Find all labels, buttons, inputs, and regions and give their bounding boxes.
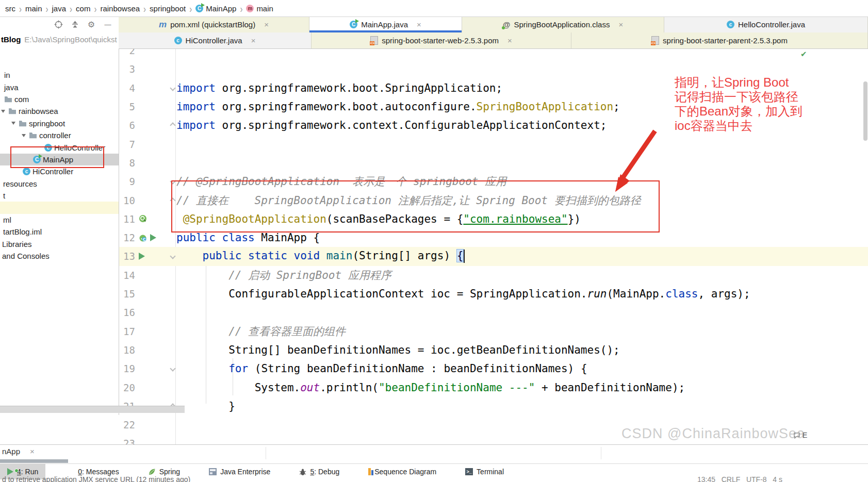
code-text[interactable]: @SpringBootApplication(scanBasePackages … bbox=[176, 213, 581, 225]
toolwindow-button-Sequence-Diagram[interactable]: Sequence Diagram bbox=[361, 464, 444, 479]
settings-gear-button[interactable]: ⚙ bbox=[87, 20, 96, 29]
close-icon[interactable]: × bbox=[507, 36, 512, 45]
run-icon[interactable] bbox=[139, 253, 145, 260]
code-token-txt: (MainApp. bbox=[607, 288, 665, 300]
tree-item-ml[interactable]: ml bbox=[0, 214, 119, 226]
tree-item-in[interactable]: in bbox=[0, 69, 119, 81]
expand-arrow-icon[interactable] bbox=[11, 122, 15, 125]
code-token-txt: (String[] args) bbox=[352, 250, 456, 262]
expand-arrow-icon[interactable] bbox=[1, 110, 5, 113]
event-log-fragment[interactable]: E bbox=[793, 431, 807, 439]
project-panel-toolbar: ⚙— bbox=[0, 16, 119, 32]
breadcrumb-item-springboot[interactable]: springboot bbox=[148, 4, 188, 13]
breadcrumb-item-rainbowsea[interactable]: rainbowsea bbox=[98, 4, 142, 13]
spring-boot-run-icon[interactable]: C bbox=[139, 234, 148, 242]
code-text[interactable]: import org.springframework.context.Confi… bbox=[176, 119, 607, 131]
tab-MainApp.java[interactable]: CMainApp.java× bbox=[309, 16, 462, 32]
expand-arrow-icon[interactable] bbox=[22, 134, 26, 137]
tree-item-highlighted[interactable] bbox=[0, 202, 119, 213]
code-text[interactable]: } bbox=[176, 400, 235, 412]
tree-item-Libraries[interactable]: Libraries bbox=[0, 238, 119, 250]
locate-target-button[interactable] bbox=[54, 20, 63, 29]
hide-panel-button[interactable]: — bbox=[103, 20, 112, 29]
breadcrumb-item-MainApp[interactable]: CMainApp bbox=[193, 4, 238, 13]
tree-item-tartBlog-iml[interactable]: tartBlog.iml bbox=[0, 226, 119, 238]
spring-bean-icon[interactable] bbox=[139, 214, 148, 223]
fold-marker-icon[interactable] bbox=[169, 367, 176, 371]
toolwindow-button-Terminal[interactable]: >_Terminal bbox=[458, 464, 511, 479]
tree-item-resources[interactable]: resources bbox=[0, 178, 119, 190]
tab-spring-boot-starter-web-2.5.3.pom[interactable]: <>spring-boot-starter-web-2.5.3.pom× bbox=[312, 32, 571, 48]
tab-HelloController.java[interactable]: cHelloController.java bbox=[664, 16, 868, 32]
code-token-txt bbox=[320, 250, 326, 262]
toolwindow-button-Java-Enterprise[interactable]: Java Enterprise bbox=[202, 464, 277, 479]
tree-item-com[interactable]: com bbox=[0, 93, 119, 105]
tab-spring-boot-starter-parent-2.5.3.pom[interactable]: <>spring-boot-starter-parent-2.5.3.pom bbox=[571, 32, 868, 48]
tree-item-HelloController[interactable]: cHelloController bbox=[0, 141, 119, 153]
editor-scrollbar-thumb[interactable] bbox=[863, 81, 867, 141]
tree-item-springboot[interactable]: springboot bbox=[0, 118, 119, 129]
line-number: 5 bbox=[119, 101, 135, 112]
run-tab-mainapp[interactable]: nApp × bbox=[2, 447, 35, 456]
code-token-txt: + beanDefinitionName); bbox=[535, 381, 685, 394]
close-icon[interactable]: × bbox=[251, 36, 256, 45]
tree-item-label: resources bbox=[3, 179, 37, 188]
code-text[interactable]: public class MainApp { bbox=[176, 231, 320, 244]
breadcrumb-item-java[interactable]: java bbox=[50, 4, 69, 13]
tab-SpringBootApplication.class[interactable]: @SpringBootApplication.class× bbox=[462, 16, 664, 32]
fold-marker-icon[interactable] bbox=[169, 86, 176, 90]
line-number: 3 bbox=[119, 63, 135, 75]
gutter-icons: C bbox=[135, 234, 169, 242]
tab-HiController.java[interactable]: cHiController.java× bbox=[119, 32, 312, 48]
fold-marker-icon[interactable] bbox=[169, 179, 176, 184]
line-number: 18 bbox=[119, 344, 135, 356]
toolwindow-button-5-Debug[interactable]: 5: Debug bbox=[292, 464, 347, 479]
close-icon[interactable]: × bbox=[264, 20, 269, 29]
fold-marker-icon[interactable] bbox=[169, 198, 176, 203]
fold-marker-icon[interactable] bbox=[169, 254, 176, 258]
tree-item-rainbowsea[interactable]: rainbowsea bbox=[0, 105, 119, 117]
code-text[interactable]: ConfigurableApplicationContext ioc = Spr… bbox=[176, 288, 750, 300]
tree-item-and-Consoles[interactable]: and Consoles bbox=[0, 250, 119, 262]
ide-window: { "colors":{"accent_red":"#e03226","tab_… bbox=[0, 0, 868, 482]
divider bbox=[266, 447, 266, 459]
tree-item-HiController[interactable]: cHiController bbox=[0, 165, 119, 177]
tree-item-MainApp[interactable]: CMainApp bbox=[0, 154, 119, 165]
breadcrumb-item-main[interactable]: mmain bbox=[244, 4, 275, 13]
code-text[interactable]: public static void main(String[] args) { bbox=[176, 250, 465, 263]
code-text[interactable]: for (String beanDefinitionName : beanDef… bbox=[176, 362, 587, 375]
code-editor[interactable]: 234import org.springframework.boot.Sprin… bbox=[119, 0, 868, 444]
tree-item-t[interactable]: t bbox=[0, 190, 119, 202]
csdn-watermark: CSDN @ChinaRainbowSea bbox=[621, 426, 805, 442]
breadcrumb-item-src[interactable]: src bbox=[3, 4, 18, 13]
run-icon[interactable] bbox=[150, 234, 156, 241]
close-icon[interactable]: × bbox=[618, 20, 623, 29]
breadcrumb-separator: › bbox=[188, 2, 193, 14]
close-icon[interactable]: × bbox=[30, 447, 35, 456]
code-text[interactable]: import org.springframework.boot.autoconf… bbox=[176, 101, 620, 113]
code-token-kw: for bbox=[228, 362, 248, 375]
inspections-ok-icon[interactable]: ✔ bbox=[800, 49, 807, 59]
tree-item-java[interactable]: java bbox=[0, 81, 119, 93]
breadcrumb-item-com[interactable]: com bbox=[74, 4, 92, 13]
project-root-row[interactable]: tBlog E:\Java\SpringBoot\quickst bbox=[1, 33, 117, 45]
tab-label: spring-boot-starter-parent-2.5.3.pom bbox=[663, 36, 788, 45]
code-text[interactable]: System.out.println("beanDefinitionName -… bbox=[176, 381, 685, 394]
horizontal-scrollbar[interactable] bbox=[0, 406, 185, 413]
collapse-all-button[interactable] bbox=[70, 20, 79, 29]
code-text[interactable]: String[] beanDefinitionNames = ioc.getBe… bbox=[176, 344, 620, 356]
method-icon: m bbox=[246, 5, 254, 12]
run-tab-strip: nApp × bbox=[0, 445, 868, 460]
toolwindow-button-label: Sequence Diagram bbox=[374, 468, 436, 476]
fold-marker-icon[interactable] bbox=[169, 123, 176, 127]
tree-item-controller[interactable]: controller bbox=[0, 129, 119, 141]
code-text[interactable]: // 启动 SpringBoot 应用程序 bbox=[176, 268, 391, 282]
breadcrumb-item-main[interactable]: main bbox=[23, 4, 44, 13]
close-icon[interactable]: × bbox=[417, 20, 421, 29]
code-text[interactable]: // 直接在 SpringBootApplication 注解后指定,让 Spr… bbox=[176, 193, 641, 208]
code-token-txt: System. bbox=[176, 381, 300, 394]
code-text[interactable]: import org.springframework.boot.SpringAp… bbox=[176, 82, 502, 94]
code-text[interactable]: // @SpringBootApplication 表示是一个 springbo… bbox=[176, 174, 506, 189]
code-text[interactable]: // 查看容器里面的组件 bbox=[176, 324, 346, 339]
tab-pom.xml-quickstartBlog-[interactable]: mpom.xml (quickstartBlog)× bbox=[119, 16, 309, 32]
